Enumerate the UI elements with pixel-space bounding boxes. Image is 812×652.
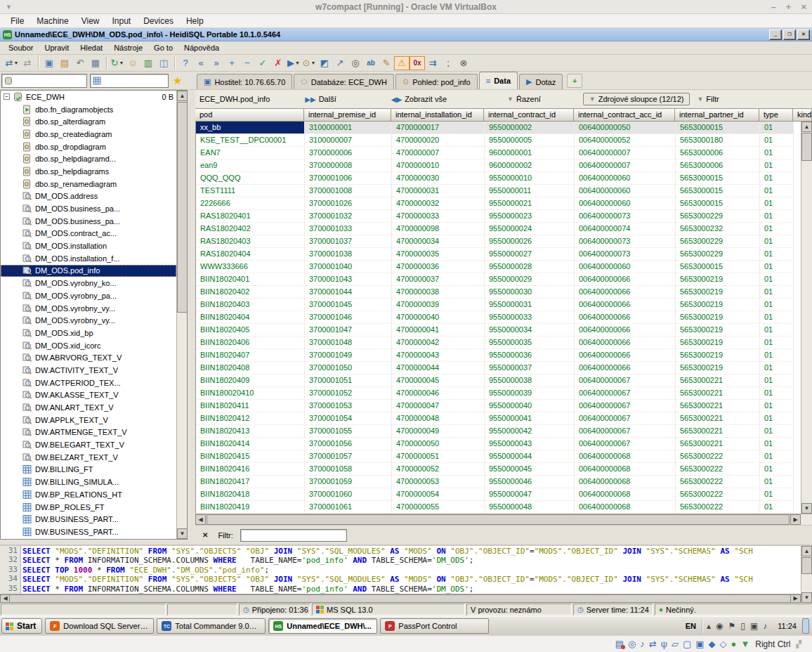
cell-internal_partner_id[interactable]: 5653000006 xyxy=(676,147,760,159)
heidisql-close-button[interactable]: ✕ xyxy=(797,30,810,40)
cell-internal_contract_acc_id[interactable]: 006400000066 xyxy=(575,349,676,362)
cell-pod[interactable]: BIIN18020402 xyxy=(196,286,305,299)
cell-internal_partner_id[interactable]: 5653000006 xyxy=(676,159,760,172)
cell-internal_partner_id[interactable]: 5653000222 xyxy=(676,463,760,476)
video-capture-icon[interactable]: ▣ xyxy=(695,639,704,649)
cell-type[interactable]: 01 xyxy=(760,488,794,501)
tab-datab-ze-ece-dwh[interactable]: ⬭Databáze: ECE_DWH xyxy=(294,74,394,89)
cell-internal_contract_acc_id[interactable]: 006400000050 xyxy=(575,122,676,134)
cell-internal_installation_id[interactable]: 4700000032 xyxy=(392,197,485,210)
taskbar-button-unnamed-ece-dwh[interactable]: HSUnnamed\ECE_DWH\... xyxy=(268,618,377,634)
battery-icon[interactable]: ▯ xyxy=(740,621,745,631)
cell-internal_contract_acc_id[interactable]: 006400000060 xyxy=(575,197,676,210)
cell-internal_contract_acc_id[interactable]: 006400000060 xyxy=(575,172,676,185)
cell-pod[interactable]: BIIN18020403 xyxy=(196,299,305,311)
cell-internal_contract_acc_id[interactable]: 006400000068 xyxy=(575,501,676,514)
grid-hscroll-thumb[interactable] xyxy=(207,514,790,525)
sql-scroll-up-arrow[interactable]: ▲ xyxy=(801,546,812,556)
cell-internal_contract_id[interactable]: 9550000002 xyxy=(485,122,575,134)
cell-internal_partner_id[interactable]: 5653000229 xyxy=(676,235,760,248)
cell-type[interactable]: 01 xyxy=(760,476,794,488)
next-rows-button[interactable]: ▶▶Další xyxy=(305,95,336,103)
cell-internal_contract_acc_id[interactable]: 006400000060 xyxy=(575,261,676,273)
cell-type[interactable]: 01 xyxy=(760,374,794,387)
cell-internal_contract_acc_id[interactable]: 006400000007 xyxy=(575,159,676,172)
table-row[interactable]: QQQ_QQQ370000100647000000309550000010006… xyxy=(196,172,801,185)
cell-internal_partner_id[interactable]: 5653000219 xyxy=(676,362,760,374)
cell-internal_contract_acc_id[interactable]: 006400000066 xyxy=(575,362,676,374)
cell-internal_premise_id[interactable]: 3700001053 xyxy=(305,400,392,412)
cell-internal_contract_acc_id[interactable]: 006400000067 xyxy=(575,425,676,438)
cell-internal_installation_id[interactable]: 4700000054 xyxy=(392,488,485,501)
cell-internal_partner_id[interactable]: 5653000222 xyxy=(676,501,760,514)
table-row[interactable]: BIIN180204063700001048470000004295500000… xyxy=(196,337,801,349)
grid-scroll-down-arrow[interactable]: ▼ xyxy=(801,503,812,514)
cell-internal_contract_id[interactable]: 9550000031 xyxy=(485,299,575,311)
vbox-menu-machine[interactable]: Machine xyxy=(30,15,74,27)
cell-internal_contract_id[interactable]: 9600000002 xyxy=(485,159,575,172)
sql-scroll-down-arrow[interactable]: ▼ xyxy=(801,592,812,603)
cell-internal_premise_id[interactable]: 3700000006 xyxy=(305,147,392,159)
cell-type[interactable]: 01 xyxy=(760,387,794,400)
close-filter-icon[interactable]: ✕ xyxy=(202,531,208,539)
cell-type[interactable]: 01 xyxy=(760,311,794,324)
show-all-rows-button[interactable]: ◀▶Zobrazit vše xyxy=(391,95,447,103)
cell-pod[interactable]: BIIN18020406 xyxy=(196,337,305,349)
tree-root-ece-dwh[interactable]: −ECE_DWH0 B xyxy=(1,91,176,103)
mouse-integration-icon[interactable]: ● xyxy=(731,639,737,649)
cell-internal_partner_id[interactable]: 5653000219 xyxy=(676,311,760,324)
cell-internal_installation_id[interactable]: 4700000052 xyxy=(392,463,485,476)
delete-row-icon[interactable]: − xyxy=(240,56,255,70)
table-row[interactable]: BIIN180204053700001047470000004195500000… xyxy=(196,324,801,337)
cell-internal_partner_id[interactable]: 5653000180 xyxy=(676,134,760,147)
cell-internal_partner_id[interactable]: 5653000219 xyxy=(676,324,760,337)
copy-icon[interactable]: ▣ xyxy=(41,56,57,70)
grid-horizontal-scrollbar[interactable]: ◀ ▶ xyxy=(195,514,812,525)
grid-scroll-thumb[interactable] xyxy=(801,133,812,161)
cell-internal_contract_acc_id[interactable]: 006400000068 xyxy=(575,476,676,488)
cell-pod[interactable]: RAS18020401 xyxy=(196,210,305,223)
tab-hostitel-10-76-65-70[interactable]: ▣Hostitel: 10.76.65.70 xyxy=(197,74,292,89)
usb-devices-icon[interactable]: ◇ xyxy=(720,639,727,649)
cell-internal_contract_id[interactable]: 9550000027 xyxy=(485,248,575,261)
cell-internal_premise_id[interactable]: 3700001006 xyxy=(305,172,392,185)
cell-internal_contract_acc_id[interactable]: 006400000074 xyxy=(575,223,676,235)
cell-pod[interactable]: BIIN180020410 xyxy=(196,387,305,400)
network-icon[interactable]: ⇄ xyxy=(649,639,657,649)
cell-internal_contract_acc_id[interactable]: 006400000068 xyxy=(575,488,676,501)
heidisql-minimize-button[interactable]: _ xyxy=(769,30,782,40)
tree-item-dm-ods-vyrobny-pa[interactable]: DM_ODS.vyrobny_pa... xyxy=(1,289,176,302)
cell-internal_partner_id[interactable]: 5653000221 xyxy=(676,400,760,412)
cell-type[interactable]: 01 xyxy=(760,248,794,261)
tree-scroll-up-arrow[interactable]: ▲ xyxy=(177,91,188,101)
cell-internal_contract_acc_id[interactable]: 006400000068 xyxy=(575,463,676,476)
tree-item-dbo-sp-alterdiagram[interactable]: dbo.sp_alterdiagram xyxy=(1,115,176,128)
table-row[interactable]: xx_bb31000000014700000017955000000200640… xyxy=(196,122,801,134)
table-row[interactable]: BIIN180204133700001055470000004995500000… xyxy=(196,425,801,438)
cell-pod[interactable]: BIIN18020416 xyxy=(196,463,305,476)
cell-internal_contract_id[interactable]: 9550000034 xyxy=(485,324,575,337)
cell-type[interactable]: 01 xyxy=(760,273,794,286)
cell-type[interactable]: 01 xyxy=(760,425,794,438)
cell-internal_partner_id[interactable]: 5653000229 xyxy=(676,248,760,261)
cell-pod[interactable]: BIIN18020415 xyxy=(196,450,305,463)
cell-internal_contract_acc_id[interactable]: 006400000060 xyxy=(575,185,676,197)
auto-resize-icon[interactable]: ▼ xyxy=(740,639,749,649)
tree-item-dw-belegart-text-v[interactable]: DW.BELEGART_TEXT_V xyxy=(1,438,176,451)
cell-internal_installation_id[interactable]: 4700000053 xyxy=(392,476,485,488)
cell-internal_installation_id[interactable]: 4700000007 xyxy=(392,147,485,159)
cell-internal_premise_id[interactable]: 3700001037 xyxy=(305,235,392,248)
cell-pod[interactable]: BIIN18020411 xyxy=(196,400,305,412)
cell-internal_contract_id[interactable]: 9550000035 xyxy=(485,337,575,349)
post-changes-icon[interactable]: ✓ xyxy=(255,56,270,70)
cell-type[interactable]: 01 xyxy=(760,197,794,210)
cell-internal_contract_id[interactable]: 9550000038 xyxy=(485,374,575,387)
cell-internal_premise_id[interactable]: 3700001047 xyxy=(305,324,392,337)
tree-item-dw-artmenge-text-v[interactable]: DW.ARTMENGE_TEXT_V xyxy=(1,426,176,439)
network-globe-icon[interactable]: ◉ xyxy=(716,621,723,631)
tree-item-dm-ods-vyrobny-ko[interactable]: DM_ODS.vyrobny_ko... xyxy=(1,277,176,289)
replace-icon[interactable]: ab xyxy=(363,56,379,70)
clock[interactable]: 11:24 xyxy=(778,622,797,630)
new-query-tab-button[interactable]: + xyxy=(567,74,582,88)
tree-item-dm-ods-contract-ac[interactable]: DM_ODS.contract_ac... xyxy=(1,228,176,240)
